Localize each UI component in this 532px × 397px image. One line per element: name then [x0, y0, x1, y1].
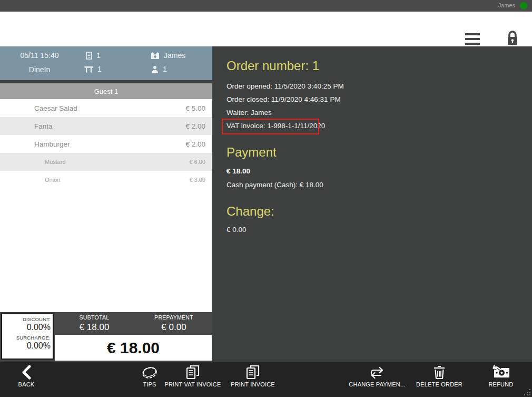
menu-button[interactable]: [465, 33, 480, 45]
discount-label: DISCOUNT:: [2, 316, 51, 322]
order-number-cell: 1: [86, 51, 101, 60]
refund-money-icon: [491, 364, 510, 380]
person-icon: [151, 65, 159, 73]
bottom-action-bar: BACK TIPS PRINT VAT INVOICE PRINT INVOIC…: [0, 362, 532, 397]
print-invoice-button[interactable]: PRINT INVOICE: [222, 364, 283, 388]
subtotal-block: SUBTOTAL € 18.00: [55, 314, 134, 333]
swap-arrows-icon: [369, 366, 386, 380]
hamburger-icon: [465, 43, 480, 45]
back-chevron-icon: [21, 365, 32, 380]
item-name: Mustard: [0, 159, 66, 165]
item-price: € 2.00: [185, 122, 212, 130]
tips-coin-icon: [141, 366, 158, 380]
top-toolbar: [0, 12, 532, 46]
payment-title: Payment: [226, 145, 277, 160]
waiter-line: Waiter: James: [226, 109, 272, 117]
waiter-icon: [151, 52, 160, 60]
order-items-list: Caesar Salad € 5.00 Fanta € 2.00 Hamburg…: [0, 99, 212, 312]
subtotal-value: € 18.00: [55, 322, 134, 333]
payment-amount: € 18.00: [226, 167, 250, 175]
logged-in-user: James: [498, 2, 515, 8]
order-item-row[interactable]: Caesar Salad € 5.00: [0, 99, 212, 117]
item-name: Caesar Salad: [0, 104, 77, 112]
change-title: Change:: [226, 204, 274, 219]
lock-button[interactable]: [505, 30, 520, 46]
table-cell: 1: [84, 65, 102, 73]
delete-order-button[interactable]: DELETE ORDER: [408, 364, 471, 388]
discount-surcharge-box[interactable]: DISCOUNT: 0.00% SURCHARGE: 0.00%: [1, 313, 54, 360]
order-total: € 18.00: [55, 335, 212, 361]
back-button[interactable]: BACK: [0, 364, 53, 388]
print-invoice-icon: [186, 365, 200, 380]
order-count: 1: [96, 51, 101, 60]
refund-button[interactable]: REFUND: [469, 364, 532, 388]
discount-value: 0.00%: [2, 323, 51, 332]
print-invoice-icon: [246, 365, 260, 380]
online-status-icon: [520, 2, 527, 9]
guest-count: 1: [163, 65, 167, 73]
titlebar: James: [0, 0, 532, 12]
guest-count-cell: 1: [151, 65, 167, 73]
table-icon: [84, 65, 93, 73]
payment-method-line: Cash payment (Cash): € 18.00: [226, 181, 323, 189]
subtotal-label: SUBTOTAL: [55, 314, 134, 321]
surcharge-label: SURCHARGE:: [2, 335, 51, 341]
order-item-row[interactable]: Onion € 3.00: [0, 171, 212, 189]
prepayment-block: PREPAYMENT € 0.00: [134, 314, 213, 333]
table-count: 1: [97, 65, 102, 73]
item-price: € 6.00: [189, 159, 212, 165]
item-price: € 3.00: [189, 177, 212, 183]
order-number-title: Order number: 1: [226, 59, 319, 73]
pos-order-screen: { "titlebar": { "user": "James" }, "orde…: [0, 0, 532, 397]
surcharge-value: 0.00%: [2, 341, 51, 351]
prepayment-label: PREPAYMENT: [134, 314, 213, 321]
order-type: DineIn: [0, 65, 79, 74]
receipt-icon: [86, 52, 92, 60]
change-amount: € 0.00: [226, 226, 247, 234]
hamburger-icon: [465, 38, 480, 40]
order-header: 05/11 15:40 DineIn 1 1 James 1: [0, 46, 212, 80]
print-vat-invoice-button[interactable]: PRINT VAT INVOICE: [161, 364, 224, 388]
vat-invoice-highlight: [222, 119, 319, 134]
waiter-name: James: [164, 51, 185, 60]
waiter-cell: James: [151, 51, 185, 60]
guest-header[interactable]: Guest 1: [0, 83, 212, 99]
item-name: Hamburger: [0, 140, 70, 148]
order-item-row[interactable]: Mustard € 6.00: [0, 153, 212, 171]
lock-icon: [505, 30, 520, 46]
change-payment-button[interactable]: CHANGE PAYMEN...: [340, 364, 414, 388]
trash-icon: [433, 365, 446, 380]
resize-grip[interactable]: [523, 388, 530, 395]
order-item-row[interactable]: Fanta € 2.00: [0, 117, 212, 135]
item-name: Fanta: [0, 122, 53, 130]
item-price: € 5.00: [185, 104, 212, 112]
item-name: Onion: [0, 177, 60, 183]
order-item-row[interactable]: Hamburger € 2.00: [0, 135, 212, 153]
item-price: € 2.00: [185, 140, 212, 148]
order-datetime: 05/11 15:40: [0, 51, 79, 60]
order-closed-line: Order closed: 11/9/2020 4:46:31 PM: [226, 95, 341, 103]
hamburger-icon: [465, 33, 480, 35]
prepayment-value: € 0.00: [134, 322, 213, 333]
order-opened-line: Order opened: 11/5/2020 3:40:25 PM: [226, 82, 344, 90]
